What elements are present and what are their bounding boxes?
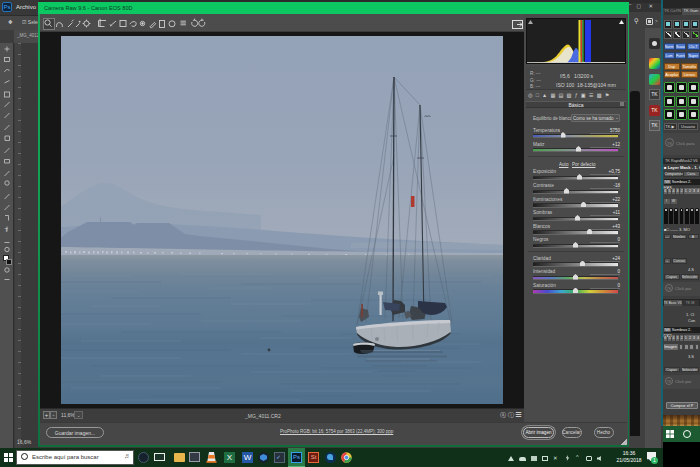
svg-text:T: T [5, 227, 9, 233]
